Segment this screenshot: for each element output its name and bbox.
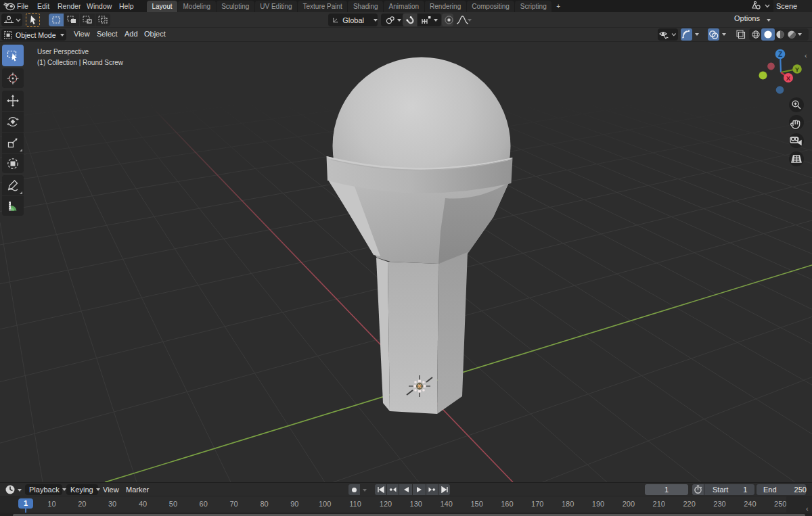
svg-text:‹: ‹ bbox=[805, 51, 807, 60]
svg-text:X: X bbox=[786, 74, 791, 82]
svg-text:User Perspective: User Perspective bbox=[37, 48, 89, 55]
svg-text:Z: Z bbox=[778, 51, 782, 58]
svg-text:(1) Collection | Round Screw: (1) Collection | Round Screw bbox=[37, 59, 124, 66]
svg-text:Y: Y bbox=[795, 66, 800, 73]
